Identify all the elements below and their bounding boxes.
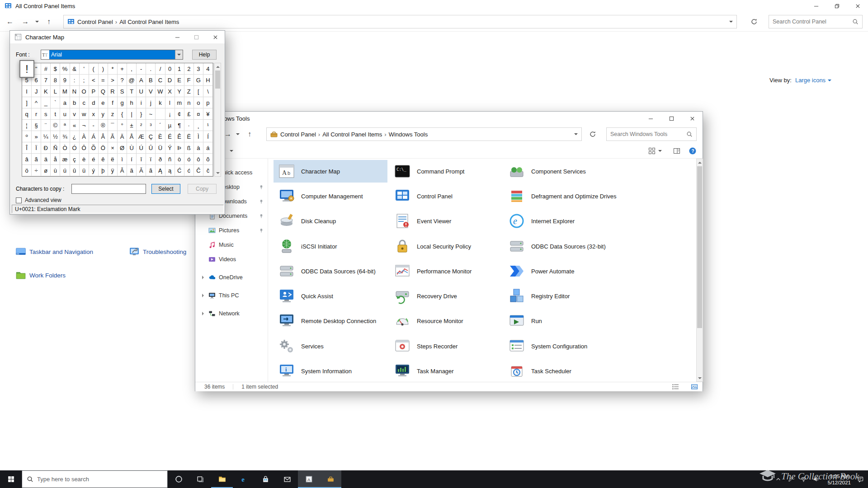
- char-cell[interactable]: Ý: [165, 142, 175, 154]
- windows-tools-crumb-all-control-panel-items[interactable]: All Control Panel Items: [322, 131, 382, 138]
- char-cell[interactable]: 8: [51, 75, 60, 86]
- char-cell[interactable]: ^: [32, 97, 41, 108]
- search-input[interactable]: [773, 19, 849, 25]
- control-panel-crumb-all-control-panel-items[interactable]: All Control Panel Items: [119, 19, 179, 25]
- char-cell[interactable]: ¥: [203, 108, 213, 120]
- char-cell[interactable]: »: [32, 131, 41, 142]
- help-button[interactable]: Help: [192, 50, 217, 60]
- char-cell[interactable]: ó: [184, 154, 194, 165]
- char-cell[interactable]: 2: [184, 63, 194, 75]
- char-cell[interactable]: ç: [70, 154, 80, 165]
- char-cell[interactable]: A: [137, 75, 146, 86]
- char-cell[interactable]: Ñ: [51, 142, 60, 154]
- char-cell[interactable]: Þ: [175, 142, 184, 154]
- char-cell[interactable]: Â: [99, 131, 108, 142]
- advanced-view-option[interactable]: Advanced view: [16, 197, 61, 203]
- char-cell[interactable]: Ĉ: [194, 165, 203, 176]
- start-button[interactable]: [0, 470, 22, 488]
- char-cell[interactable]: {: [118, 108, 127, 120]
- char-cell[interactable]: 1: [175, 63, 184, 75]
- char-cell[interactable]: Ô: [80, 142, 89, 154]
- char-cell[interactable]: H: [203, 75, 213, 86]
- char-cell[interactable]: 0: [165, 63, 175, 75]
- char-cell[interactable]: Æ: [137, 131, 146, 142]
- char-cell[interactable]: µ: [165, 120, 175, 131]
- char-cell[interactable]: R: [108, 86, 118, 97]
- char-cell[interactable]: î: [137, 154, 146, 165]
- char-cell[interactable]: ¦: [22, 120, 32, 131]
- char-cell[interactable]: £: [184, 108, 194, 120]
- char-cell[interactable]: ': [80, 63, 89, 75]
- char-cell[interactable]: Ć: [175, 165, 184, 176]
- char-cell[interactable]: à: [194, 142, 203, 154]
- char-cell[interactable]: Ă: [137, 165, 146, 176]
- char-cell[interactable]: n: [184, 97, 194, 108]
- char-cell[interactable]: ¯: [108, 120, 118, 131]
- cp-item-taskbar-and-navigation[interactable]: Taskbar and Navigation: [15, 246, 93, 258]
- cp-item-work-folders[interactable]: Work Folders: [15, 269, 66, 281]
- tool-task-manager[interactable]: Task Manager: [389, 360, 503, 382]
- recent-locations-chevron-icon[interactable]: [236, 133, 240, 135]
- commandbar-chevron-icon[interactable]: [230, 150, 233, 152]
- tool-local-security-policy[interactable]: Local Security Policy: [389, 235, 503, 258]
- close-button[interactable]: [206, 31, 225, 43]
- char-cell[interactable]: ÿ: [108, 165, 118, 176]
- char-cell[interactable]: ê: [99, 154, 108, 165]
- sidebar-item-pictures[interactable]: Pictures: [195, 224, 268, 237]
- char-cell[interactable]: À: [80, 131, 89, 142]
- char-cell[interactable]: °: [118, 120, 127, 131]
- maximize-button[interactable]: [187, 31, 206, 43]
- char-cell[interactable]: Ą: [156, 165, 165, 176]
- refresh-icon[interactable]: [589, 131, 596, 138]
- taskbar-search[interactable]: [22, 470, 168, 488]
- char-cell[interactable]: è: [80, 154, 89, 165]
- char-cell[interactable]: §: [32, 120, 41, 131]
- tool-power-automate[interactable]: Power Automate: [504, 260, 618, 282]
- tool-odbc-data-sources-32-bit[interactable]: ODBC Data Sources (32-bit): [504, 235, 618, 258]
- char-cell[interactable]: ÷: [32, 165, 41, 176]
- tool-iscsi-initiator[interactable]: iSCSI Initiator: [274, 235, 387, 258]
- char-cell[interactable]: ù: [51, 165, 60, 176]
- char-cell[interactable]: e: [99, 97, 108, 108]
- cp-item-troubleshooting[interactable]: Troubleshooting: [128, 246, 186, 258]
- char-cell[interactable]: ø: [41, 165, 51, 176]
- char-cell[interactable]: þ: [99, 165, 108, 176]
- char-cell[interactable]: ¾: [60, 131, 70, 142]
- taskbar-store[interactable]: [255, 470, 276, 488]
- char-cell[interactable]: û: [70, 165, 80, 176]
- tool-disk-cleanup[interactable]: Disk Cleanup: [274, 210, 387, 232]
- sidebar-item-onedrive[interactable]: OneDrive: [195, 271, 268, 284]
- scroll-down-icon[interactable]: [216, 172, 220, 174]
- char-cell[interactable]: ß: [184, 142, 194, 154]
- chevron-right-icon[interactable]: [201, 312, 205, 315]
- char-cell[interactable]: º: [22, 131, 32, 142]
- char-cell[interactable]: x: [89, 108, 99, 120]
- char-cell[interactable]: G: [194, 75, 203, 86]
- tool-resource-monitor[interactable]: Resource Monitor: [389, 310, 503, 332]
- char-cell[interactable]: 4: [203, 63, 213, 75]
- char-cell[interactable]: :: [70, 75, 80, 86]
- char-cell[interactable]: +: [118, 63, 127, 75]
- char-cell[interactable]: ¹: [203, 120, 213, 131]
- copy-button[interactable]: Copy: [188, 184, 217, 194]
- search-input[interactable]: [610, 131, 684, 137]
- sidebar-item-this-pc[interactable]: This PC: [195, 289, 268, 302]
- char-cell[interactable]: ¢: [175, 108, 184, 120]
- char-cell[interactable]: ¿: [70, 131, 80, 142]
- char-cell[interactable]: b: [70, 97, 80, 108]
- char-cell[interactable]: *: [108, 63, 118, 75]
- address-dropdown-chevron-icon[interactable]: [574, 133, 578, 135]
- scroll-up-icon[interactable]: [698, 162, 702, 164]
- taskbar-edge[interactable]: e: [233, 470, 255, 488]
- char-cell[interactable]: %: [60, 63, 70, 75]
- view-by-dropdown[interactable]: Large icons: [795, 77, 831, 84]
- icons-view-toggle-icon[interactable]: [691, 383, 698, 390]
- tray-volume[interactable]: [811, 470, 822, 488]
- char-cell[interactable]: o: [194, 97, 203, 108]
- char-cell[interactable]: ¨: [41, 120, 51, 131]
- char-cell[interactable]: v: [70, 108, 80, 120]
- char-cell[interactable]: Y: [175, 86, 184, 97]
- char-cell[interactable]: J: [32, 86, 41, 97]
- advanced-view-checkbox[interactable]: [16, 197, 22, 203]
- char-cell[interactable]: |: [127, 108, 137, 120]
